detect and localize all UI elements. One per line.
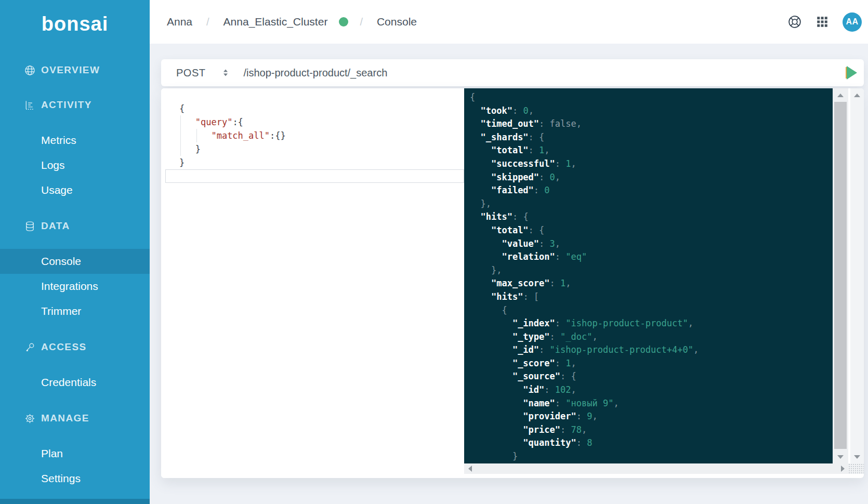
breadcrumb-page[interactable]: Console xyxy=(377,16,417,28)
indent-guide xyxy=(196,129,197,142)
code-line: } xyxy=(179,156,286,169)
code-line: "_source": { xyxy=(470,370,833,383)
code-line: "successful": 1, xyxy=(470,157,833,171)
breadcrumb-separator: / xyxy=(360,16,363,28)
code-line: "timed_out": false, xyxy=(470,117,833,131)
help-icon[interactable] xyxy=(787,15,802,29)
sidebar-item-metrics[interactable]: Metrics xyxy=(0,128,150,153)
sidebar: bonsai OVERVIEWACTIVITYMetricsLogsUsageD… xyxy=(0,0,150,504)
app-root: bonsai OVERVIEWACTIVITYMetricsLogsUsageD… xyxy=(0,0,868,504)
sidebar-item-console[interactable]: Console xyxy=(0,249,150,274)
response-horizontal-scrollbar[interactable] xyxy=(464,463,848,474)
console-card: { "query":{ "match_all":{} }} { "took": … xyxy=(161,88,864,478)
sidebar-section-activity[interactable]: ACTIVITY xyxy=(0,94,150,116)
run-button[interactable] xyxy=(846,66,857,79)
scroll-left-icon[interactable] xyxy=(464,463,476,474)
sidebar-section-label: ACCESS xyxy=(41,341,87,353)
play-icon xyxy=(847,66,857,79)
response-vertical-scrollbar[interactable] xyxy=(833,88,848,463)
sidebar-section-label: ACTIVITY xyxy=(41,99,92,111)
sidebar-item-logs[interactable]: Logs xyxy=(0,153,150,178)
code-line: }, xyxy=(470,264,833,277)
response-panel: { "took": 0, "timed_out": false, "_shard… xyxy=(464,88,833,463)
code-line: "hits": [ xyxy=(470,290,833,304)
code-line: "relation": "eq" xyxy=(470,250,833,264)
sidebar-item-credentials[interactable]: Credentials xyxy=(0,370,150,395)
scroll-up-icon[interactable] xyxy=(850,89,864,101)
breadcrumb-account[interactable]: Anna xyxy=(167,16,192,28)
code-line: { xyxy=(179,102,286,115)
avatar[interactable]: AA xyxy=(843,12,862,32)
request-bar: POST /ishop-product-product/_search xyxy=(161,59,864,86)
app-logo[interactable]: bonsai xyxy=(0,0,150,46)
code-line: }, xyxy=(470,197,833,211)
code-line: "max_score": 1, xyxy=(470,277,833,290)
page-vertical-scrollbar[interactable] xyxy=(850,88,864,463)
apps-grid-icon[interactable] xyxy=(816,15,829,29)
sidebar-nav: OVERVIEWACTIVITYMetricsLogsUsageDATACons… xyxy=(0,59,150,491)
code-line: "provider": 9, xyxy=(470,410,833,423)
code-line: "failed": 0 xyxy=(470,184,833,197)
query-editor-text[interactable]: { "query":{ "match_all":{} }} xyxy=(161,88,286,169)
code-line: "name": "новый 9", xyxy=(470,397,833,410)
sidebar-item-trimmer[interactable]: Trimmer xyxy=(0,299,150,324)
indent-guide xyxy=(180,115,181,156)
activity-icon xyxy=(23,99,36,111)
breadcrumb-cluster[interactable]: Anna_Elastic_Cluster xyxy=(223,16,328,28)
editor-active-line[interactable] xyxy=(165,169,464,183)
code-line: "quantity": 8 xyxy=(470,436,833,450)
code-line: "match_all":{} xyxy=(179,129,286,142)
code-line: { xyxy=(470,304,833,317)
code-line: "id": 102, xyxy=(470,383,833,397)
code-line: } xyxy=(179,142,286,156)
resize-gripper-icon xyxy=(848,463,864,474)
method-caret-icon xyxy=(222,68,229,77)
code-line: "_id": "ishop-product-product+4+0", xyxy=(470,343,833,357)
key-icon xyxy=(23,341,36,353)
code-line: "total": 1, xyxy=(470,144,833,157)
cluster-status-dot xyxy=(339,17,348,26)
code-line: "hits": { xyxy=(470,210,833,224)
code-line: "skipped": 0, xyxy=(470,171,833,184)
sidebar-section-label: MANAGE xyxy=(41,413,89,424)
code-line: "_type": "_doc", xyxy=(470,330,833,344)
response-json: { "took": 0, "timed_out": false, "_shard… xyxy=(464,88,833,463)
sidebar-section-label: OVERVIEW xyxy=(41,64,100,76)
code-line: { xyxy=(470,91,833,104)
sidebar-section-label: DATA xyxy=(41,220,70,232)
code-line: "_score": 1, xyxy=(470,357,833,370)
code-line: "total": { xyxy=(470,224,833,237)
topbar: Anna / Anna_Elastic_Cluster / Console xyxy=(150,0,868,44)
code-line: "price": 78, xyxy=(470,423,833,437)
scrollbar-thumb[interactable] xyxy=(834,102,847,449)
query-editor[interactable]: { "query":{ "match_all":{} }} xyxy=(161,88,464,478)
breadcrumb: Anna / Anna_Elastic_Cluster / Console xyxy=(167,16,417,28)
database-icon xyxy=(23,220,36,232)
scroll-right-icon[interactable] xyxy=(837,463,848,474)
code-line: "_index": "ishop-product-product", xyxy=(470,317,833,330)
code-line: "value": 3, xyxy=(470,237,833,251)
sidebar-item-settings[interactable]: Settings xyxy=(0,466,150,491)
sidebar-item-integrations[interactable]: Integrations xyxy=(0,274,150,299)
sidebar-section-data[interactable]: DATA xyxy=(0,215,150,237)
sidebar-bottom-strip xyxy=(0,499,150,504)
topbar-actions: AA xyxy=(787,12,862,32)
breadcrumb-separator: / xyxy=(206,16,209,28)
code-line: "_shards": { xyxy=(470,131,833,144)
code-line: "query":{ xyxy=(179,115,286,129)
code-line: } xyxy=(470,450,833,463)
scroll-down-icon[interactable] xyxy=(850,451,864,462)
main-content: POST /ishop-product-product/_search { "q… xyxy=(150,44,868,504)
sidebar-item-plan[interactable]: Plan xyxy=(0,441,150,466)
sidebar-section-overview[interactable]: OVERVIEW xyxy=(0,59,150,82)
sidebar-section-manage[interactable]: MANAGE xyxy=(0,407,150,430)
scroll-up-icon[interactable] xyxy=(833,89,848,101)
sidebar-item-usage[interactable]: Usage xyxy=(0,178,150,203)
globe-icon xyxy=(23,64,36,76)
scroll-down-icon[interactable] xyxy=(833,451,848,462)
method-select[interactable]: POST xyxy=(176,67,205,79)
request-path-input[interactable]: /ishop-product-product/_search xyxy=(243,67,846,79)
gear-icon xyxy=(23,412,36,425)
sidebar-section-access[interactable]: ACCESS xyxy=(0,336,150,359)
code-line: "took": 0, xyxy=(470,104,833,118)
